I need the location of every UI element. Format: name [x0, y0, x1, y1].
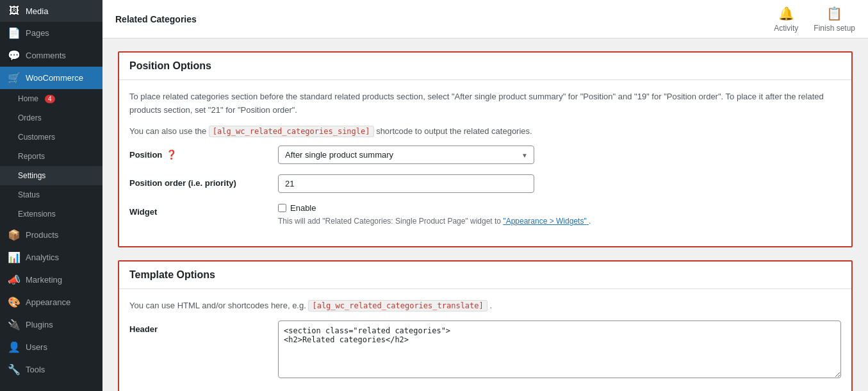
position-options-section: Position Options To place related catego…: [118, 51, 853, 247]
widget-note: This will add "Related Categories: Singl…: [278, 217, 591, 226]
home-badge: 4: [45, 95, 55, 103]
sidebar-item-reports[interactable]: Reports: [0, 147, 102, 166]
sidebar-item-settings[interactable]: Settings: [0, 166, 102, 185]
media-icon: 🖼: [8, 5, 20, 17]
sidebar-item-label: Marketing: [26, 275, 62, 285]
template-options-title: Template Options: [129, 269, 215, 280]
sidebar-item-pages[interactable]: 📄 Pages: [0, 22, 102, 44]
sidebar-item-label: Status: [18, 190, 40, 199]
sidebar-item-plugins[interactable]: 🔌 Plugins: [0, 313, 102, 336]
activity-label: Activity: [774, 24, 798, 33]
position-options-title: Position Options: [129, 60, 211, 71]
widget-form-row: Widget Enable This will add "Related Cat…: [129, 203, 841, 226]
sidebar: 🖼 Media 📄 Pages 💬 Comments 🛒 WooCommerce…: [0, 0, 102, 391]
sidebar-item-label: Tools: [26, 365, 45, 374]
template-options-section: Template Options You can use HTML and/or…: [118, 260, 853, 391]
sidebar-item-home[interactable]: Home 4: [0, 89, 102, 108]
widget-enable-label[interactable]: Enable: [278, 203, 316, 213]
header-form-row: Header <section class="related categorie…: [129, 320, 841, 380]
woocommerce-icon: 🛒: [8, 72, 20, 84]
topbar-actions: 🔔 Activity 📋 Finish setup: [774, 6, 855, 33]
sidebar-item-appearance[interactable]: 🎨 Appearance: [0, 291, 102, 313]
sidebar-item-label: Customers: [18, 133, 55, 142]
finish-setup-button[interactable]: 📋 Finish setup: [814, 6, 855, 33]
header-control: <section class="related categories"> <h2…: [278, 320, 841, 380]
position-order-input[interactable]: [278, 174, 534, 193]
sidebar-item-label: Products: [26, 230, 58, 240]
analytics-icon: 📊: [8, 251, 20, 263]
sidebar-item-label: Users: [26, 342, 47, 352]
plugins-icon: 🔌: [8, 319, 20, 331]
activity-button[interactable]: 🔔 Activity: [774, 6, 798, 33]
position-options-header: Position Options: [119, 53, 851, 80]
sidebar-item-products[interactable]: 📦 Products: [0, 224, 102, 246]
page-title: Related Categories: [115, 14, 197, 24]
position-order-control: [278, 174, 598, 193]
comments-icon: 💬: [8, 49, 20, 62]
content-area: Position Options To place related catego…: [102, 38, 868, 391]
products-icon: 📦: [8, 229, 20, 241]
marketing-icon: 📣: [8, 274, 20, 286]
position-select[interactable]: After single product summary Before sing…: [278, 146, 534, 164]
sidebar-item-media[interactable]: 🖼 Media: [0, 0, 102, 22]
position-select-wrapper: After single product summary Before sing…: [278, 146, 534, 164]
sidebar-item-label: Analytics: [26, 253, 59, 262]
position-shortcode-text: You can also use the [alg_wc_related_cat…: [129, 125, 841, 138]
header-label: Header: [129, 320, 270, 334]
position-label: Position ❓: [129, 146, 270, 160]
tools-icon: 🔧: [8, 363, 20, 376]
widget-label: Widget: [129, 203, 270, 217]
sidebar-item-label: Appearance: [26, 297, 70, 307]
appearance-icon: 🎨: [8, 296, 20, 308]
finish-setup-icon: 📋: [826, 6, 842, 21]
template-info-text: You can use HTML and/or shortcodes here,…: [129, 299, 841, 313]
users-icon: 👤: [8, 341, 20, 353]
sidebar-item-users[interactable]: 👤 Users: [0, 336, 102, 358]
sidebar-item-marketing[interactable]: 📣 Marketing: [0, 269, 102, 291]
pages-icon: 📄: [8, 27, 20, 39]
sidebar-item-label: Reports: [18, 152, 45, 161]
topbar: Related Categories 🔔 Activity 📋 Finish s…: [102, 0, 868, 38]
position-info-text-1: To place related categories section befo…: [129, 92, 824, 115]
sidebar-item-label: Extensions: [18, 210, 56, 219]
header-textarea[interactable]: <section class="related categories"> <h2…: [278, 320, 841, 378]
sidebar-item-label: Settings: [18, 171, 45, 180]
sidebar-item-analytics[interactable]: 📊 Analytics: [0, 246, 102, 269]
position-order-label: Position order (i.e. priority): [129, 174, 270, 188]
sidebar-item-label: Media: [26, 6, 48, 16]
position-form-row: Position ❓ After single product summary …: [129, 146, 841, 164]
sidebar-item-tools[interactable]: 🔧 Tools: [0, 358, 102, 381]
widget-enable-text: Enable: [290, 203, 316, 213]
position-options-body: To place related categories section befo…: [119, 80, 851, 246]
appearance-widgets-link[interactable]: "Appearance > Widgets": [503, 217, 589, 226]
sidebar-item-label: Pages: [26, 28, 49, 38]
sidebar-item-customers[interactable]: Customers: [0, 128, 102, 147]
sidebar-item-comments[interactable]: 💬 Comments: [0, 44, 102, 67]
sidebar-item-orders[interactable]: Orders: [0, 108, 102, 128]
sidebar-item-label: Comments: [26, 51, 66, 60]
main-area: Related Categories 🔔 Activity 📋 Finish s…: [102, 0, 868, 391]
widget-control: Enable This will add "Related Categories…: [278, 203, 598, 226]
finish-setup-label: Finish setup: [814, 24, 855, 33]
sidebar-item-status[interactable]: Status: [0, 185, 102, 204]
sidebar-item-label: Orders: [18, 113, 42, 122]
position-info-text-3: shortcode to output the related categori…: [376, 126, 532, 136]
sidebar-item-extensions[interactable]: Extensions: [0, 204, 102, 224]
sidebar-item-label: Home: [18, 94, 38, 103]
template-options-body: You can use HTML and/or shortcodes here,…: [119, 289, 851, 391]
position-info-text-2: You can also use the: [129, 126, 206, 136]
shortcode-single: [alg_wc_related_categories_single]: [209, 126, 374, 137]
position-control: After single product summary Before sing…: [278, 146, 598, 164]
position-help-icon[interactable]: ❓: [166, 149, 177, 160]
widget-checkbox[interactable]: [278, 204, 286, 212]
sidebar-item-woocommerce[interactable]: 🛒 WooCommerce: [0, 67, 102, 89]
position-order-form-row: Position order (i.e. priority): [129, 174, 841, 193]
shortcode-translate: [alg_wc_related_categories_translate]: [308, 300, 487, 312]
widget-checkbox-row: Enable This will add "Related Categories…: [278, 203, 598, 226]
template-options-header: Template Options: [119, 262, 851, 289]
position-info-text: To place related categories section befo…: [129, 90, 841, 117]
sidebar-item-label: Plugins: [26, 320, 53, 329]
sidebar-item-label: WooCommerce: [26, 73, 83, 83]
activity-icon: 🔔: [778, 6, 794, 21]
